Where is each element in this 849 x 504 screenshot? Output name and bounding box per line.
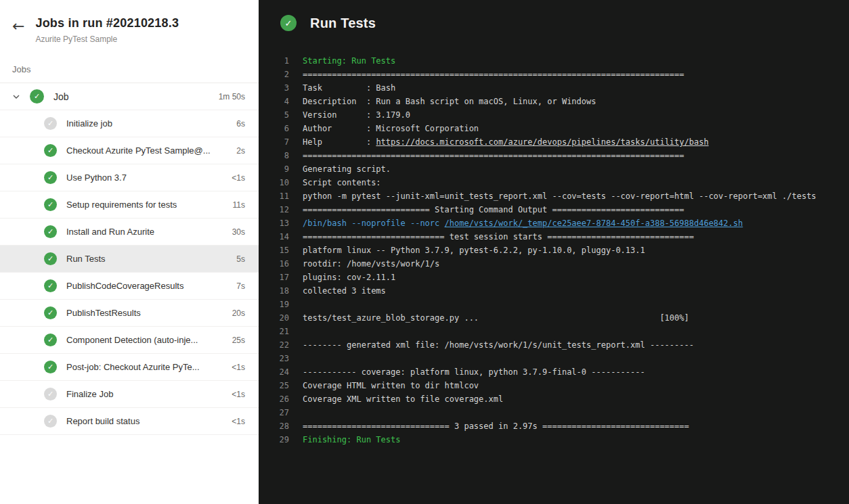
neutral-check-icon: ✓ xyxy=(44,388,57,400)
line-number[interactable]: 13 xyxy=(259,216,289,230)
log-line: 28============================== 3 passe… xyxy=(259,419,849,433)
line-number[interactable]: 11 xyxy=(259,189,289,203)
line-content: Task : Bash xyxy=(303,81,395,95)
jobs-section-label: Jobs xyxy=(0,51,259,83)
line-content: Finishing: Run Tests xyxy=(303,433,401,446)
chevron-down-icon[interactable] xyxy=(12,93,30,101)
line-number[interactable]: 27 xyxy=(259,406,289,419)
step-duration: <1s xyxy=(232,363,245,372)
step-duration: 11s xyxy=(233,200,245,210)
line-number[interactable]: 17 xyxy=(259,271,289,284)
panel-header: ← Jobs in run #20210218.3 Azurite PyTest… xyxy=(0,0,259,51)
line-number[interactable]: 8 xyxy=(259,149,289,162)
line-number[interactable]: 21 xyxy=(259,325,289,338)
success-icon: ✓ xyxy=(44,198,57,211)
log-line: 20tests/test_azure_blob_storage.py ... [… xyxy=(259,311,849,325)
line-number[interactable]: 5 xyxy=(259,108,289,122)
line-content: tests/test_azure_blob_storage.py ... [10… xyxy=(303,311,689,325)
line-number[interactable]: 9 xyxy=(259,162,289,176)
log-text-segment: plugins: cov-2.11.1 xyxy=(303,273,395,282)
log-text-segment: Coverage XML written to file coverage.xm… xyxy=(303,394,503,404)
step-row[interactable]: ✓Install and Run Azurite30s xyxy=(0,219,259,246)
line-number[interactable]: 15 xyxy=(259,244,289,257)
step-label: PublishTestResults xyxy=(66,308,225,318)
line-number[interactable]: 23 xyxy=(259,352,289,365)
line-number[interactable]: 6 xyxy=(259,122,289,135)
line-number[interactable]: 28 xyxy=(259,419,289,433)
log-line: 1Starting: Run Tests xyxy=(259,54,849,68)
line-number[interactable]: 19 xyxy=(259,298,289,311)
line-number[interactable]: 12 xyxy=(259,203,289,216)
step-label: Run Tests xyxy=(66,254,230,264)
line-content: ----------- coverage: platform linux, py… xyxy=(303,365,645,379)
step-row[interactable]: ✓PublishTestResults20s xyxy=(0,300,259,327)
line-number[interactable]: 10 xyxy=(259,176,289,189)
line-number[interactable]: 16 xyxy=(259,257,289,271)
line-content: ============================= test sessi… xyxy=(303,230,694,244)
line-content: Script contents: xyxy=(303,176,381,189)
line-content: collected 3 items xyxy=(303,284,386,298)
line-number[interactable]: 14 xyxy=(259,230,289,244)
line-number[interactable]: 2 xyxy=(259,68,289,81)
step-duration: 7s xyxy=(236,281,245,291)
log-line: 12========================== Starting Co… xyxy=(259,203,849,216)
step-label: Setup requirements for tests xyxy=(66,200,226,210)
line-number[interactable]: 18 xyxy=(259,284,289,298)
log-line: 27 xyxy=(259,406,849,419)
step-row[interactable]: ✓Component Detection (auto-inje...25s xyxy=(0,327,259,354)
line-number[interactable]: 3 xyxy=(259,81,289,95)
log-line: 21 xyxy=(259,325,849,338)
step-row[interactable]: ✓Initialize job6s xyxy=(0,110,259,137)
log-panel: ✓ Run Tests 1Starting: Run Tests2=======… xyxy=(259,0,849,504)
step-row[interactable]: ✓Run Tests5s xyxy=(0,246,259,273)
line-content: Help : https://docs.microsoft.com/azure/… xyxy=(303,135,709,149)
log-text-segment: ============================= test sessi… xyxy=(303,232,694,242)
log-text-segment: ========================================… xyxy=(303,70,684,79)
log-link[interactable]: /home/vsts/work/_temp/ce25aee7-8784-450f… xyxy=(445,219,743,228)
log-line: 29Finishing: Run Tests xyxy=(259,433,849,446)
step-title: Run Tests xyxy=(310,16,376,31)
log-line: 2=======================================… xyxy=(259,68,849,81)
log-link[interactable]: https://docs.microsoft.com/azure/devops/… xyxy=(376,137,708,147)
step-duration: <1s xyxy=(232,173,245,183)
step-label: Install and Run Azurite xyxy=(66,227,225,237)
line-number[interactable]: 4 xyxy=(259,95,289,108)
step-label: Initialize job xyxy=(66,118,230,129)
job-row[interactable]: ✓ Job 1m 50s xyxy=(0,83,259,110)
back-arrow-icon[interactable]: ← xyxy=(12,16,28,34)
line-number[interactable]: 24 xyxy=(259,365,289,379)
neutral-check-icon: ✓ xyxy=(44,415,57,428)
line-number[interactable]: 29 xyxy=(259,433,289,446)
step-row[interactable]: ✓PublishCodeCoverageResults7s xyxy=(0,273,259,300)
success-icon: ✓ xyxy=(280,15,297,31)
line-number[interactable]: 25 xyxy=(259,379,289,392)
log-text-segment: /bin/bash --noprofile --norc xyxy=(303,219,445,228)
success-icon: ✓ xyxy=(30,89,44,104)
step-row[interactable]: ✓Post-job: Checkout Azurite PyTe...<1s xyxy=(0,354,259,381)
log-text-segment: Version : 3.179.0 xyxy=(303,110,410,120)
log-line: 24----------- coverage: platform linux, … xyxy=(259,365,849,379)
line-number[interactable]: 7 xyxy=(259,135,289,149)
log-text-segment: Coverage HTML written to dir htmlcov xyxy=(303,381,479,390)
step-duration: 30s xyxy=(232,227,245,237)
line-number[interactable]: 26 xyxy=(259,392,289,406)
log-line: 8=======================================… xyxy=(259,149,849,162)
step-label: Finalize Job xyxy=(66,389,225,399)
step-row[interactable]: ✓Setup requirements for tests11s xyxy=(0,191,259,219)
step-label: Checkout Azurite PyTest Sample@... xyxy=(66,145,230,156)
step-row[interactable]: ✓Use Python 3.7<1s xyxy=(0,164,259,191)
line-number[interactable]: 1 xyxy=(259,54,289,68)
line-content: -------- generated xml file: /home/vsts/… xyxy=(303,338,694,352)
line-content: Author : Microsoft Corporation xyxy=(303,122,479,135)
success-icon: ✓ xyxy=(44,279,57,292)
step-row[interactable]: ✓Report build status<1s xyxy=(0,408,259,435)
log-text-segment: -------- generated xml file: /home/vsts/… xyxy=(303,340,694,350)
log-text-segment: Task : Bash xyxy=(303,83,395,93)
log-line: 6Author : Microsoft Corporation xyxy=(259,122,849,135)
step-row[interactable]: ✓Checkout Azurite PyTest Sample@...2s xyxy=(0,137,259,164)
line-number[interactable]: 22 xyxy=(259,338,289,352)
step-row[interactable]: ✓Finalize Job<1s xyxy=(0,381,259,408)
log-line: 5Version : 3.179.0 xyxy=(259,108,849,122)
step-label: Use Python 3.7 xyxy=(66,173,225,183)
line-number[interactable]: 20 xyxy=(259,311,289,325)
